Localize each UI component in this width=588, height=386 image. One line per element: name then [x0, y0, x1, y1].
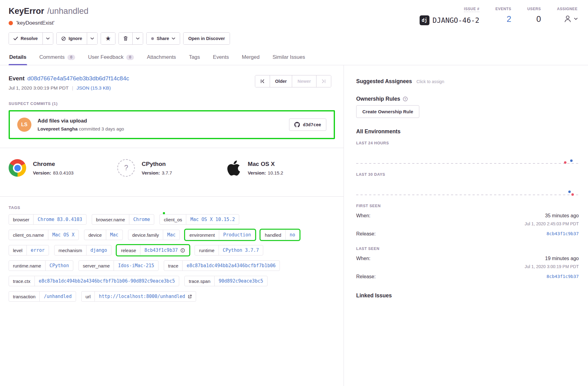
first-seen-date: Jul 1, 2020 2:45:03 PM PDT — [356, 221, 579, 226]
context-os: Mac OS X Version:10.15.2 — [226, 159, 335, 177]
chart-marker-red — [564, 161, 566, 164]
when-label: When: — [356, 213, 370, 219]
chart-marker-blue — [570, 159, 573, 162]
issue-number-label: ISSUE # — [464, 7, 479, 12]
share-button[interactable]: Share — [147, 33, 180, 44]
tag-environment[interactable]: environmentProduction — [185, 230, 255, 240]
tag-device[interactable]: deviceMac — [84, 230, 123, 240]
tab-merged[interactable]: Merged — [241, 50, 260, 65]
comments-count-badge: 0 — [67, 55, 75, 60]
ignore-dropdown-button[interactable] — [87, 33, 97, 44]
create-ownership-rule-button[interactable]: Create Ownership Rule — [356, 105, 419, 118]
event-id-link[interactable]: d08d7667e4a5476eb3b3db6d7f14c84c — [27, 75, 129, 82]
tag-transaction[interactable]: transaction/unhandled — [9, 291, 76, 302]
tag-client-os[interactable]: client_osMac OS X 10.15.2 — [159, 214, 239, 225]
external-link-icon[interactable] — [188, 295, 192, 299]
tag-row: trace.ctxe8c87ba1dc494bb2a4346bcfbf7b1b0… — [9, 276, 335, 286]
tag-trace-ctx[interactable]: trace.ctxe8c87ba1dc494bb2a4346bcfbf7b1b0… — [9, 276, 179, 286]
event-details-panel: Eventd08d7667e4a5476eb3b3db6d7f14c84c Ju… — [0, 65, 344, 386]
skip-to-last-icon — [322, 79, 326, 83]
tag-handled[interactable]: handledno — [260, 230, 299, 240]
info-icon[interactable] — [180, 248, 185, 253]
unknown-runtime-icon: ? — [117, 159, 135, 177]
bookmark-button-group: ★ — [101, 32, 115, 45]
users-count[interactable]: 0 — [536, 14, 541, 24]
meta-separator: | — [72, 85, 73, 91]
chevron-down-icon — [136, 38, 139, 40]
last-seen-heading: LAST SEEN — [356, 247, 579, 251]
latest-event-button[interactable] — [316, 75, 331, 87]
delete-button[interactable] — [119, 33, 132, 44]
first-seen-relative: 35 minutes ago — [545, 213, 579, 219]
tag-runtime-name[interactable]: runtime.nameCPython — [9, 260, 73, 271]
tab-similar-issues[interactable]: Similar Issues — [272, 50, 306, 65]
last-24-hours-label: LAST 24 HOURS — [356, 141, 579, 145]
tab-details[interactable]: Details — [9, 50, 27, 65]
context-version: 10.15.2 — [268, 170, 283, 175]
event-pagination: Older Newer — [255, 75, 331, 87]
issue-tabs: Details Comments0 User Feedback0 Attachm… — [0, 50, 588, 65]
tag-runtime[interactable]: runtimeCPython 3.7.7 — [195, 245, 263, 255]
suspect-commits-heading: SUSPECT COMMITS (1) — [9, 101, 335, 106]
resolve-button[interactable]: Resolve — [9, 33, 42, 44]
tab-events[interactable]: Events — [212, 50, 230, 65]
tab-comments[interactable]: Comments0 — [39, 50, 76, 65]
first-seen-release-link[interactable]: 8cb43f1c9b37 — [546, 231, 579, 237]
tag-device-family[interactable]: device.familyMac — [128, 230, 180, 240]
newer-event-button[interactable]: Newer — [292, 75, 316, 87]
annotation-box-suspect-commit: LS Add files via upload Lovepreet Sangha… — [9, 110, 335, 139]
context-name: Chrome — [33, 161, 74, 167]
commit-sha-button[interactable]: d3d7cee — [289, 119, 326, 131]
oldest-event-button[interactable] — [255, 75, 270, 87]
last-seen-release-link[interactable]: 8cb43f1c9b37 — [546, 274, 579, 279]
json-download-link[interactable]: JSON (15.3 KB) — [77, 85, 111, 91]
chevron-down-icon — [91, 38, 94, 40]
stat-assignee: ASSIGNEE — [557, 7, 578, 23]
release-label: Release: — [356, 274, 376, 279]
annotation-dot — [163, 212, 165, 214]
tab-tags[interactable]: Tags — [188, 50, 201, 65]
tag-server-name[interactable]: server_nameIdos-iMac-215 — [79, 260, 159, 271]
chart-marker-red — [571, 193, 574, 196]
assignee-selector[interactable] — [563, 14, 578, 23]
ignore-label: Ignore — [69, 36, 82, 41]
tag-row: client_os.nameMac OS X deviceMac device.… — [9, 230, 335, 240]
resolve-dropdown-button[interactable] — [42, 33, 53, 44]
tag-trace-span[interactable]: trace.span90d892c9eace3bc5 — [184, 276, 268, 286]
divider — [0, 196, 344, 197]
tag-browser[interactable]: browserChrome 83.0.4103 — [9, 214, 87, 225]
tag-trace[interactable]: tracee8c87ba1dc494bb2a4346bcfbf7b1b06 — [164, 260, 280, 271]
assignee-label: ASSIGNEE — [557, 7, 578, 11]
help-icon[interactable]: ? — [403, 96, 408, 102]
events-count[interactable]: 2 — [507, 14, 511, 24]
tag-row: transaction/unhandled url http://localho… — [9, 291, 335, 302]
chart-baseline — [356, 163, 579, 164]
when-label: When: — [356, 256, 370, 261]
users-label: USERS — [527, 7, 541, 11]
apple-icon — [226, 159, 241, 177]
suggested-assignees-section: Suggested Assignees Click to assign — [356, 78, 579, 85]
tag-browser-name[interactable]: browser.nameChrome — [92, 214, 154, 225]
tag-mechanism[interactable]: mechanismdjango — [54, 245, 111, 255]
ignore-button-group: Ignore — [56, 32, 98, 45]
commit-title: Add files via upload — [38, 118, 283, 124]
delete-dropdown-button[interactable] — [132, 33, 143, 44]
issue-short-id: dj DJANGO-46-2 — [420, 15, 479, 25]
error-message: 'keyDoesntExist' — [16, 20, 54, 26]
tab-user-feedback[interactable]: User Feedback0 — [87, 50, 135, 65]
first-seen-section: FIRST SEEN When: 35 minutes ago Jul 1, 2… — [356, 204, 579, 237]
tag-client-os-name[interactable]: client_os.nameMac OS X — [9, 230, 79, 240]
first-seen-heading: FIRST SEEN — [356, 204, 579, 208]
bookmark-button[interactable]: ★ — [101, 33, 115, 44]
tab-attachments[interactable]: Attachments — [146, 50, 177, 65]
suspect-commit-row: LS Add files via upload Lovepreet Sangha… — [10, 111, 334, 138]
open-in-discover-button[interactable]: Open in Discover — [183, 33, 229, 44]
older-event-button[interactable]: Older — [270, 75, 292, 87]
share-button-group: Share — [146, 32, 180, 45]
ignore-button[interactable]: Ignore — [57, 33, 87, 44]
tag-level[interactable]: levelerror — [9, 245, 49, 255]
tag-release[interactable]: release 8cb43f1c9b37 — [117, 245, 190, 255]
tag-url[interactable]: url http://localhost:8000/unhandled — [81, 291, 196, 302]
tag-row: levelerror mechanismdjango release 8cb43… — [9, 245, 335, 255]
commit-time: committed 3 days ago — [79, 126, 124, 131]
